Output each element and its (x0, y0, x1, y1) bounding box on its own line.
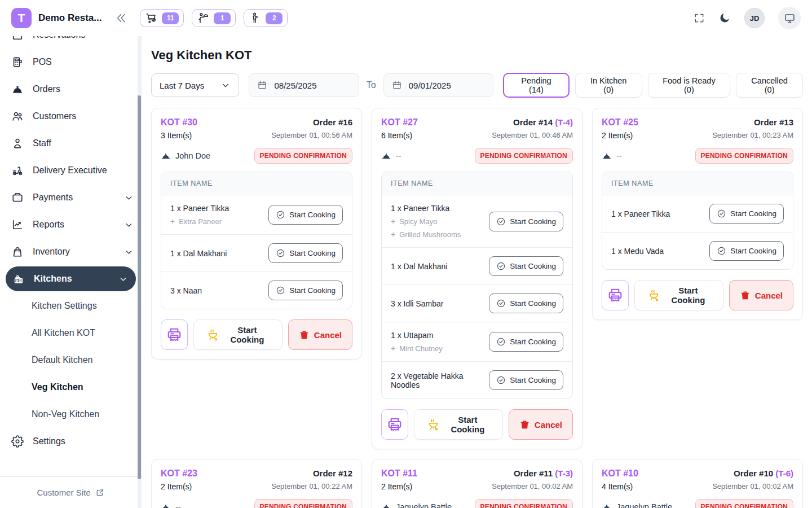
print-kot-button[interactable] (161, 319, 188, 350)
to-label: To (367, 80, 376, 90)
start-cooking-item-button[interactable]: Start Cooking (489, 370, 563, 390)
sidebar-item-inventory[interactable]: Inventory (0, 238, 142, 265)
sidebar-item-settings[interactable]: Settings (0, 428, 142, 455)
kot-item-row: 1 x Uttapam + Mint Chutney Start Cooking (382, 322, 572, 361)
kot-items-table: ITEM NAME 1 x Paneer Tikka + Spicy Mayo … (381, 172, 573, 399)
users-icon (11, 110, 24, 122)
start-cooking-item-button[interactable]: Start Cooking (268, 281, 343, 300)
kot-card-actions: Start Cooking Cancel (602, 280, 793, 310)
sidebar-subitem-non-veg-kitchen[interactable]: Non-Veg Kitchen (0, 401, 142, 428)
cart-check-icon (145, 12, 157, 24)
date-to-value: 09/01/2025 (409, 81, 451, 90)
kot-card: KOT #30 Order #16 3 Item(s) September 01… (151, 108, 362, 360)
start-cooking-item-button[interactable]: Start Cooking (709, 241, 784, 261)
trash-icon (519, 419, 530, 430)
sidebar-subitem-all-kitchen-kot[interactable]: All Kitchen KOT (0, 319, 142, 347)
start-cooking-all-button[interactable]: Start Cooking (193, 319, 283, 350)
sidebar-item-kitchens[interactable]: Kitchens (6, 266, 136, 291)
kot-items-count: 2 Item(s) (161, 482, 192, 491)
start-cooking-item-button[interactable]: Start Cooking (489, 256, 563, 276)
customer-name: -- (616, 151, 622, 160)
tab-food-is-ready-0[interactable]: Food is Ready (0) (648, 73, 731, 98)
start-cooking-item-button[interactable]: Start Cooking (489, 212, 563, 231)
kot-item-row: 3 x Naan Start Cooking (161, 271, 352, 309)
print-kot-button[interactable] (602, 280, 629, 310)
sidebar-item-delivery-executive[interactable]: Delivery Executive (0, 157, 142, 184)
start-cooking-item-button[interactable]: Start Cooking (489, 332, 563, 352)
start-cooking-item-button[interactable]: Start Cooking (268, 205, 343, 225)
table-number: (T-4) (555, 117, 573, 127)
sidebar-item-staff[interactable]: Staff (0, 130, 142, 157)
status-badge: PENDING CONFIRMATION (695, 499, 793, 508)
wallet-icon (11, 191, 24, 204)
sidebar-item-customers[interactable]: Customers (0, 103, 142, 130)
kot-id: KOT #30 (161, 117, 197, 128)
display-mode-button[interactable] (778, 7, 801, 29)
counter-cart-check-button[interactable]: 11 (140, 9, 184, 27)
sidebar-collapse-button[interactable] (115, 12, 127, 24)
cloche-small-icon (602, 151, 612, 161)
start-cooking-item-button[interactable]: Start Cooking (489, 294, 563, 313)
kot-timestamp: September 01, 00:02 AM (492, 482, 573, 491)
kot-item-info: 1 x Dal Makhani (170, 249, 227, 258)
cancel-kot-button[interactable]: Cancel (509, 409, 573, 440)
sidebar: Reservations POS Orders Customers Staff … (0, 36, 142, 508)
sidebar-subitem-veg-kitchen[interactable]: Veg Kitchen (0, 374, 142, 401)
date-range-value: Last 7 Days (160, 81, 204, 90)
kot-item-name: 1 x Paneer Tikka (391, 204, 461, 213)
kot-card: KOT #11 Order #11 (T-3) 2 Item(s) Septem… (372, 459, 582, 508)
sidebar-scrollbar[interactable] (138, 36, 141, 508)
kot-item-info: 2 x Vegetable Hakka Noodles (391, 371, 484, 389)
circle-check-icon (496, 337, 506, 347)
tab-in-kitchen-0[interactable]: In Kitchen (0) (575, 73, 642, 98)
calendar-icon (257, 80, 267, 90)
counter-waiter-button[interactable]: 1 (192, 9, 236, 27)
tab-label: Cancelled (0) (746, 76, 793, 94)
sidebar-item-label: Payments (33, 192, 73, 203)
circle-check-icon (276, 248, 285, 258)
customer-site-link[interactable]: Customer Site (0, 476, 142, 508)
circle-check-icon (717, 246, 726, 256)
kot-item-info: 3 x Idli Sambar (391, 299, 443, 308)
sidebar-subitem-label: All Kitchen KOT (32, 328, 95, 338)
kot-item-row: 1 x Paneer Tikka Start Cooking (602, 195, 793, 232)
order-number: Order #12 (313, 468, 352, 478)
waiter-icon (197, 12, 209, 24)
tab-pending-14[interactable]: Pending (14) (503, 73, 570, 98)
start-cooking-all-button[interactable]: Start Cooking (634, 280, 723, 310)
circle-check-icon (496, 217, 506, 226)
date-from-input[interactable]: 08/25/2025 (249, 73, 359, 97)
order-number: Order #13 (754, 117, 793, 127)
calendar-icon (11, 36, 24, 41)
kot-timestamp: September 01, 00:22 AM (271, 482, 352, 491)
dark-mode-toggle[interactable] (718, 12, 731, 24)
user-avatar[interactable]: JD (744, 8, 765, 28)
sidebar-item-payments[interactable]: Payments (0, 184, 142, 211)
sidebar-item-reports[interactable]: Reports (0, 211, 142, 238)
date-to-input[interactable]: 09/01/2025 (383, 73, 493, 97)
start-cooking-all-button[interactable]: Start Cooking (414, 409, 503, 440)
counter-standing-person-button[interactable]: 2 (244, 9, 288, 27)
fullscreen-button[interactable] (694, 12, 705, 24)
start-cooking-item-button[interactable]: Start Cooking (268, 243, 343, 263)
kot-items-count: 2 Item(s) (602, 131, 633, 140)
counter-buttons: 11 1 2 (140, 9, 288, 27)
calendar-icon (392, 80, 402, 90)
customer-name: Jaquelyn Battle (396, 502, 452, 508)
cancel-kot-button[interactable]: Cancel (288, 319, 352, 350)
start-cooking-item-button[interactable]: Start Cooking (709, 204, 784, 224)
sidebar-item-orders[interactable]: Orders (0, 76, 142, 103)
print-kot-button[interactable] (381, 409, 408, 440)
sidebar-subitem-default-kitchen[interactable]: Default Kitchen (0, 347, 142, 374)
trash-icon (299, 330, 310, 340)
date-range-select[interactable]: Last 7 Days (151, 73, 239, 97)
tab-cancelled-0[interactable]: Cancelled (0) (736, 73, 803, 98)
sidebar-item-reservations[interactable]: Reservations (0, 36, 142, 49)
sidebar-item-pos[interactable]: POS (0, 49, 142, 76)
gear-icon (11, 435, 24, 448)
addon-label: Extra Paneer (179, 217, 222, 226)
cancel-kot-button[interactable]: Cancel (729, 280, 793, 310)
circle-check-icon (276, 286, 285, 295)
sidebar-subitem-kitchen-settings[interactable]: Kitchen Settings (0, 292, 142, 319)
status-badge: PENDING CONFIRMATION (695, 148, 793, 164)
